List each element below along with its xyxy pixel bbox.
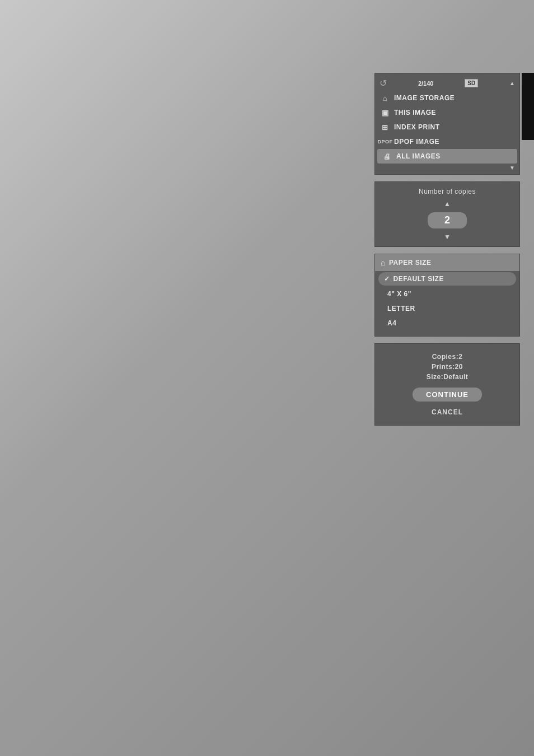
checkmark-default: ✓ xyxy=(384,275,390,283)
paper-size-header: ⌂ PAPER SIZE xyxy=(375,254,519,271)
menu-item-index-print[interactable]: ⊞ INDEX PRINT xyxy=(375,120,519,134)
menu-label-index-print: INDEX PRINT xyxy=(394,123,440,131)
menu-label-image-storage: IMAGE STORAGE xyxy=(394,94,455,102)
cancel-button[interactable]: CANCEL xyxy=(384,408,510,416)
continue-button[interactable]: CONTINUE xyxy=(413,388,482,402)
menu-label-dpof-image: DPOF IMAGE xyxy=(394,138,439,146)
paper-label-a4: A4 xyxy=(387,319,396,327)
paper-item-default-size[interactable]: ✓ DEFAULT SIZE xyxy=(378,272,516,286)
scroll-up-arrow[interactable]: ▲ xyxy=(509,80,515,86)
menu-header: ↺ 2/140 SD ▲ xyxy=(375,76,519,91)
menu-panel: ↺ 2/140 SD ▲ ⌂ IMAGE STORAGE ▣ THIS IMAG… xyxy=(374,73,520,175)
copies-value-box: 2 xyxy=(428,212,467,228)
paper-label-4x6: 4" X 6" xyxy=(387,290,411,298)
menu-label-this-image: THIS IMAGE xyxy=(394,109,436,116)
panels-container: ↺ 2/140 SD ▲ ⌂ IMAGE STORAGE ▣ THIS IMAG… xyxy=(374,73,520,426)
paper-item-a4[interactable]: A4 xyxy=(375,316,519,330)
right-side-tab xyxy=(522,73,534,140)
image-counter: 2/140 xyxy=(418,80,434,87)
paper-item-letter[interactable]: LETTER xyxy=(375,301,519,316)
menu-label-all-images: ALL IMAGES xyxy=(396,152,441,160)
scroll-down-row: ▼ xyxy=(375,164,519,172)
scroll-down-arrow[interactable]: ▼ xyxy=(509,165,515,171)
dpof-image-icon: DPOF xyxy=(380,137,391,146)
paper-size-panel: ⌂ PAPER SIZE ✓ DEFAULT SIZE 4" X 6" LETT… xyxy=(374,254,520,337)
confirm-panel: Copies:2 Prints:20 Size:Default CONTINUE… xyxy=(374,343,520,426)
menu-item-dpof-image[interactable]: DPOF DPOF IMAGE xyxy=(375,134,519,149)
copies-summary: Copies:2 xyxy=(384,353,510,361)
sd-badge: SD xyxy=(465,79,478,87)
copies-panel: Number of copies ▲ 2 ▼ xyxy=(374,181,520,247)
paper-item-4x6[interactable]: 4" X 6" xyxy=(375,287,519,301)
menu-item-image-storage[interactable]: ⌂ IMAGE STORAGE xyxy=(375,91,519,105)
copies-title: Number of copies xyxy=(384,188,510,195)
all-images-icon: 🖨 xyxy=(382,152,393,161)
copies-down-button[interactable]: ▼ xyxy=(384,233,510,241)
image-storage-icon: ⌂ xyxy=(380,94,391,102)
paper-label-default: DEFAULT SIZE xyxy=(394,275,444,283)
paper-label-letter: LETTER xyxy=(387,305,415,312)
paper-icon: ⌂ xyxy=(381,258,386,267)
menu-item-this-image[interactable]: ▣ THIS IMAGE xyxy=(375,105,519,120)
index-print-icon: ⊞ xyxy=(380,123,391,132)
paper-size-title: PAPER SIZE xyxy=(389,259,431,267)
rotate-icon: ↺ xyxy=(380,78,387,88)
prints-summary: Prints:20 xyxy=(384,363,510,371)
this-image-icon: ▣ xyxy=(380,108,391,117)
copies-value: 2 xyxy=(444,214,450,226)
size-summary: Size:Default xyxy=(384,373,510,381)
menu-item-all-images[interactable]: 🖨 ALL IMAGES xyxy=(377,149,517,164)
copies-up-button[interactable]: ▲ xyxy=(384,200,510,208)
